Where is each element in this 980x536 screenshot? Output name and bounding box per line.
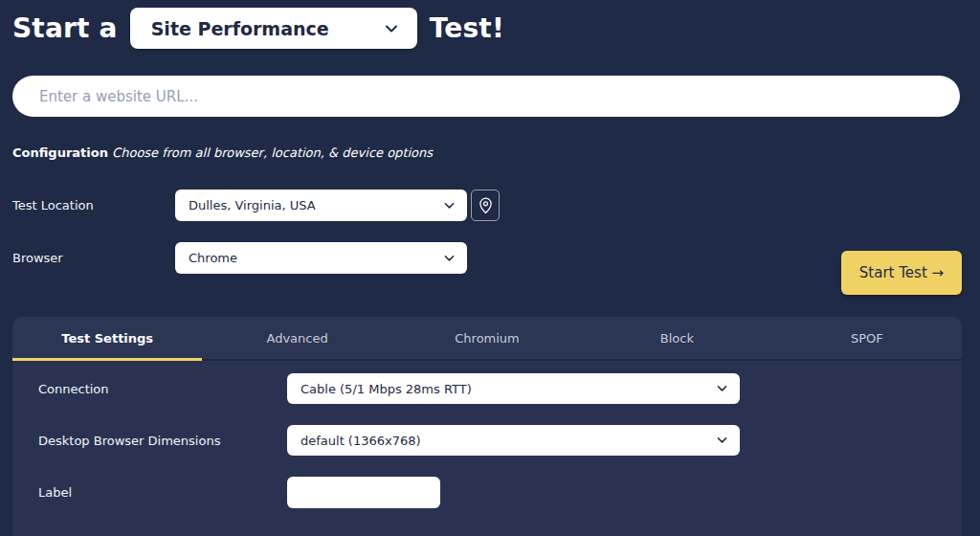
test-options-panel: Test Settings Advanced Chromium Block SP…	[12, 317, 962, 536]
browser-select[interactable]: Chrome	[175, 242, 467, 274]
test-type-select[interactable]: Site Performance	[130, 8, 417, 49]
test-location-value: Dulles, Virginia, USA	[189, 198, 316, 212]
chevron-down-icon	[717, 385, 727, 392]
title-suffix: Test!	[430, 12, 504, 44]
test-location-label: Test Location	[12, 198, 94, 212]
test-location-select[interactable]: Dulles, Virginia, USA	[175, 190, 467, 221]
tab-strip: Test Settings Advanced Chromium Block SP…	[12, 317, 962, 361]
tab-chromium[interactable]: Chromium	[392, 317, 582, 359]
location-map-button[interactable]	[471, 190, 500, 221]
label-input[interactable]	[287, 477, 440, 508]
page-title: Start a Site Performance Test!	[12, 8, 504, 49]
location-pin-icon	[479, 197, 493, 214]
start-test-page: Start a Site Performance Test! Configura…	[0, 0, 980, 536]
chevron-down-icon	[717, 436, 727, 444]
dimensions-label: Desktop Browser Dimensions	[38, 434, 220, 448]
connection-select[interactable]: Cable (5/1 Mbps 28ms RTT)	[287, 373, 740, 404]
chevron-down-icon	[444, 255, 455, 262]
title-prefix: Start a	[12, 12, 118, 44]
label-field-label: Label	[38, 485, 72, 500]
test-type-select-value: Site Performance	[151, 18, 329, 39]
tab-advanced[interactable]: Advanced	[202, 317, 391, 359]
chevron-down-icon	[444, 202, 455, 210]
browser-label: Browser	[12, 251, 63, 265]
tab-spof[interactable]: SPOF	[772, 317, 962, 359]
tab-test-settings[interactable]: Test Settings	[12, 317, 202, 359]
dimensions-select[interactable]: default (1366x768)	[287, 425, 740, 456]
connection-value: Cable (5/1 Mbps 28ms RTT)	[301, 382, 472, 396]
start-test-button[interactable]: Start Test →	[841, 251, 962, 295]
configuration-label: Configuration	[12, 145, 108, 160]
website-url-input[interactable]	[12, 76, 960, 117]
tab-block[interactable]: Block	[582, 317, 771, 359]
configuration-heading: Configuration Choose from all browser, l…	[12, 145, 433, 160]
chevron-down-icon	[385, 24, 398, 34]
configuration-hint: Choose from all browser, location, & dev…	[112, 145, 433, 160]
connection-label: Connection	[38, 382, 109, 396]
dimensions-value: default (1366x768)	[301, 434, 421, 448]
browser-value: Chrome	[189, 251, 237, 265]
